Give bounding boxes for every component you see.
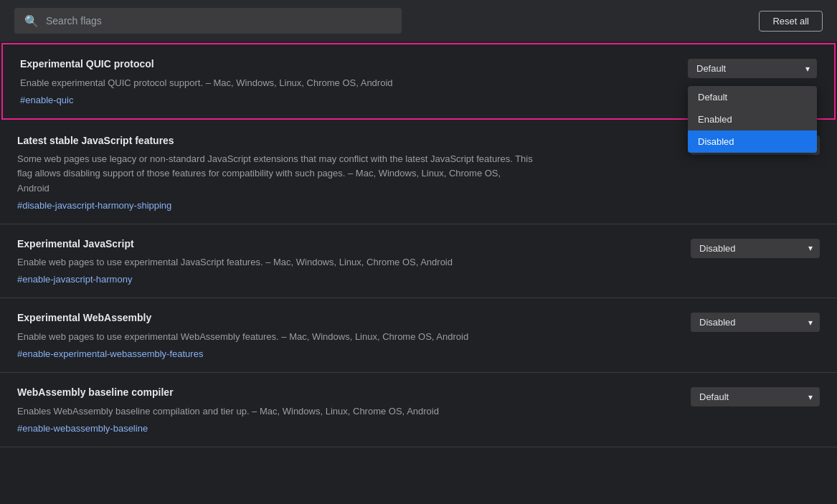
header: 🔍 Reset all	[0, 0, 837, 42]
dropdown-option-default[interactable]: Default	[688, 86, 817, 108]
flag-dropdown-wrap-quic: DefaultEnabledDisabled▾DefaultEnabledDis…	[688, 59, 817, 78]
flag-item-quic: Experimental QUIC protocolEnable experim…	[1, 43, 836, 120]
flag-dropdown-wasm-baseline[interactable]: DefaultEnabledDisabled	[691, 387, 820, 406]
flag-description-wasm-baseline: Enables WebAssembly baseline compilation…	[17, 404, 534, 419]
flag-text-quic: Experimental QUIC protocolEnable experim…	[20, 57, 673, 105]
flags-list: Experimental QUIC protocolEnable experim…	[0, 42, 837, 504]
flag-dropdown-webassembly[interactable]: DefaultEnabledDisabled	[691, 313, 820, 332]
flag-title-highlight: Experimental QUIC protocol	[20, 58, 154, 70]
flag-dropdown-wrap-wasm-baseline: DefaultEnabledDisabled▾	[691, 387, 820, 406]
flag-description-js-stable: Some web pages use legacy or non-standar…	[17, 152, 534, 195]
flag-item-js-experimental: Experimental JavaScriptEnable web pages …	[0, 224, 837, 299]
flag-title-js-stable: Latest stable JavaScript features	[17, 134, 676, 148]
search-input[interactable]	[46, 15, 392, 27]
dropdown-option-enabled[interactable]: Enabled	[688, 108, 817, 130]
flag-title-quic: Experimental QUIC protocol	[20, 57, 673, 72]
flag-dropdown-wrap-webassembly: DefaultEnabledDisabled▾	[691, 313, 820, 332]
flag-dropdown-quic[interactable]: DefaultEnabledDisabled	[688, 59, 817, 78]
flag-text-js-experimental: Experimental JavaScriptEnable web pages …	[17, 237, 676, 285]
flag-dropdown-popup-quic: DefaultEnabledDisabled	[688, 86, 817, 153]
flag-link-wasm-baseline[interactable]: #enable-webassembly-baseline	[17, 423, 148, 434]
flag-link-js-experimental[interactable]: #enable-javascript-harmony	[17, 274, 132, 285]
flag-title-webassembly: Experimental WebAssembly	[17, 311, 676, 325]
flag-dropdown-js-experimental[interactable]: DefaultEnabledDisabled	[691, 239, 820, 258]
flag-text-wasm-baseline: WebAssembly baseline compilerEnables Web…	[17, 386, 676, 434]
reset-all-button[interactable]: Reset all	[759, 11, 823, 32]
dropdown-option-disabled[interactable]: Disabled	[688, 130, 817, 153]
flag-link-js-stable[interactable]: #disable-javascript-harmony-shipping	[17, 200, 171, 211]
search-icon: 🔍	[24, 14, 39, 28]
flag-item-wasm-baseline: WebAssembly baseline compilerEnables Web…	[0, 373, 837, 447]
flag-item-webassembly: Experimental WebAssemblyEnable web pages…	[0, 298, 837, 373]
search-container: 🔍	[14, 8, 402, 34]
flag-title-wasm-baseline: WebAssembly baseline compiler	[17, 386, 676, 400]
flag-description-webassembly: Enable web pages to use experimental Web…	[17, 330, 534, 344]
flag-link-webassembly[interactable]: #enable-experimental-webassembly-feature…	[17, 348, 203, 359]
flag-text-webassembly: Experimental WebAssemblyEnable web pages…	[17, 311, 676, 359]
flag-description-js-experimental: Enable web pages to use experimental Jav…	[17, 255, 534, 270]
flag-text-js-stable: Latest stable JavaScript featuresSome we…	[17, 134, 676, 211]
flag-title-js-experimental: Experimental JavaScript	[17, 237, 676, 252]
flag-dropdown-wrap-js-experimental: DefaultEnabledDisabled▾	[691, 239, 820, 258]
flag-description-quic: Enable experimental QUIC protocol suppor…	[20, 76, 536, 90]
flag-link-quic[interactable]: #enable-quic	[20, 95, 73, 105]
